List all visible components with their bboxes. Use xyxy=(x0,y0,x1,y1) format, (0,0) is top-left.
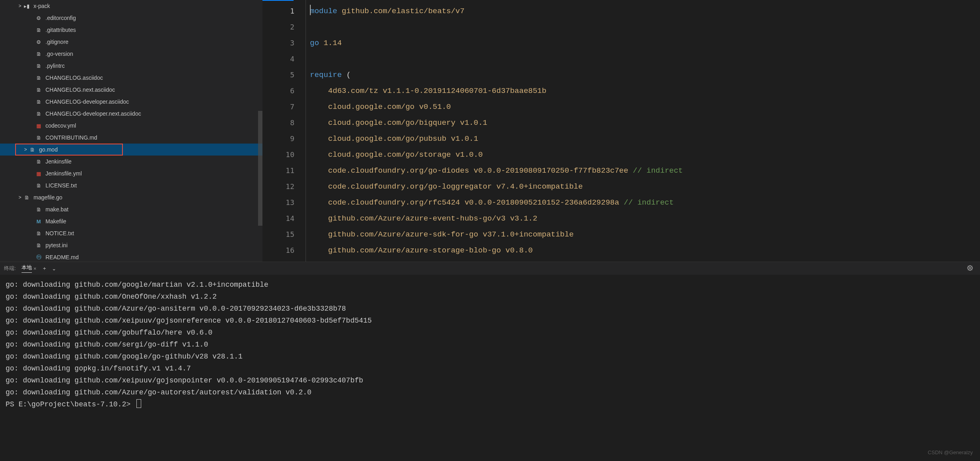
tree-item-label: CONTRIBUTING.md xyxy=(45,134,97,141)
code-line[interactable]: code.cloudfoundry.org/go-diodes v0.0.0-2… xyxy=(310,163,980,179)
terminal-actions xyxy=(967,265,973,272)
line-number: 1 xyxy=(262,3,294,19)
line-number: 9 xyxy=(262,131,294,147)
file-icon: 🗎 xyxy=(35,206,42,213)
tree-item-label: CHANGELOG-developer.next.asciidoc xyxy=(45,110,141,117)
tree-item-label: README.md xyxy=(45,254,79,260)
tree-item-label: .gitignore xyxy=(45,39,69,45)
file-icon: 🗎 xyxy=(35,62,42,69)
tree-item-label: CHANGELOG.next.asciidoc xyxy=(45,87,115,93)
tree-item-label: magefile.go xyxy=(34,194,62,201)
tree-item-pytest-ini[interactable]: 🗎pytest.ini xyxy=(0,239,262,251)
gear-icon: ⚙ xyxy=(35,38,42,45)
tree-item--gitignore[interactable]: ⚙.gitignore xyxy=(0,36,262,48)
code-line[interactable]: 4d63.com/tz v1.1.1-0.20191124060701-6d37… xyxy=(310,83,980,99)
yml-icon: ▦ xyxy=(35,122,42,129)
code-line[interactable]: cloud.google.com/go/bigquery v1.0.1 xyxy=(310,115,980,131)
tree-item-notice-txt[interactable]: 🗎NOTICE.txt xyxy=(0,227,262,239)
code-line[interactable]: cloud.google.com/go v0.51.0 xyxy=(310,99,980,115)
line-number: 2 xyxy=(262,19,294,35)
code-line[interactable] xyxy=(310,19,980,35)
code-line[interactable]: github.com/Azure/azure-sdk-for-go v37.1.… xyxy=(310,227,980,242)
tree-item-label: Makefile xyxy=(45,218,66,225)
chevron-right-icon: > xyxy=(17,3,23,9)
tree-item-contributing-md[interactable]: 🗎CONTRIBUTING.md xyxy=(0,132,262,144)
terminal-add-tab-icon[interactable]: ＋ xyxy=(42,265,47,272)
terminal-title-label: 终端: xyxy=(4,265,16,272)
code-line[interactable]: github.com/Azure/azure-event-hubs-go/v3 … xyxy=(310,211,980,227)
tree-item-makefile[interactable]: MMakefile xyxy=(0,215,262,227)
line-number: 13 xyxy=(262,195,294,211)
code-line[interactable] xyxy=(310,51,980,67)
folder-icon: ▸▮ xyxy=(23,2,30,10)
terminal-panel: 终端: 本地 × ＋ ⌄ go: downloading github.com/… xyxy=(0,262,980,461)
file-icon: 🗎 xyxy=(35,182,42,189)
tree-item-magefile-go[interactable]: >🗎magefile.go xyxy=(0,191,262,203)
terminal-output[interactable]: go: downloading github.com/google/martia… xyxy=(0,275,980,461)
tree-item-label: CHANGELOG.asciidoc xyxy=(45,75,103,81)
file-icon: 🗎 xyxy=(23,194,30,201)
tree-item-changelog-next-asciidoc[interactable]: 🗎CHANGELOG.next.asciidoc xyxy=(0,84,262,96)
tree-item--pylintrc[interactable]: 🗎.pylintrc xyxy=(0,60,262,72)
line-number: 15 xyxy=(262,227,294,242)
file-icon: 🗎 xyxy=(35,98,42,105)
file-icon: 🗎 xyxy=(35,74,42,81)
makefile-icon: M xyxy=(35,218,42,225)
line-number: 7 xyxy=(262,99,294,115)
tree-item--editorconfig[interactable]: ⚙.editorconfig xyxy=(0,12,262,24)
tree-item-jenkinsfile[interactable]: 🗎Jenkinsfile xyxy=(0,156,262,167)
code-line[interactable]: code.cloudfoundry.org/rfc5424 v0.0.0-201… xyxy=(310,195,980,211)
code-line[interactable]: go 1.14 xyxy=(310,35,980,51)
tree-item-label: Jenkinsfile xyxy=(45,158,71,165)
tree-item-make-bat[interactable]: 🗎make.bat xyxy=(0,203,262,215)
terminal-tab-dropdown-icon[interactable]: ⌄ xyxy=(52,266,56,272)
terminal-tab-local[interactable]: 本地 xyxy=(22,264,32,273)
tree-item--gitattributes[interactable]: 🗎.gitattributes xyxy=(0,24,262,36)
code-line[interactable]: code.cloudfoundry.org/go-loggregator v7.… xyxy=(310,179,980,195)
chevron-right-icon: > xyxy=(17,195,23,200)
file-icon: 🗎 xyxy=(35,50,42,57)
terminal-tab-bar: 终端: 本地 × ＋ ⌄ xyxy=(0,262,980,275)
file-icon: 🗎 xyxy=(35,230,42,237)
line-number: 12 xyxy=(262,179,294,195)
terminal-tab-close-icon[interactable]: × xyxy=(34,266,37,272)
settings-gear-icon[interactable] xyxy=(967,265,973,272)
tree-item-readme-md[interactable]: ⓜREADME.md xyxy=(0,251,262,262)
code-area[interactable]: module github.com/elastic/beats/v7go 1.1… xyxy=(306,0,980,262)
tree-item-changelog-asciidoc[interactable]: 🗎CHANGELOG.asciidoc xyxy=(0,72,262,84)
tree-item--go-version[interactable]: 🗎.go-version xyxy=(0,48,262,60)
tree-item-changelog-developer-asciidoc[interactable]: 🗎CHANGELOG-developer.asciidoc xyxy=(0,96,262,108)
tree-item-label: .pylintrc xyxy=(45,63,65,69)
tree-item-x-pack[interactable]: >▸▮x-pack xyxy=(0,0,262,12)
tree-item-label: .editorconfig xyxy=(45,15,76,21)
tree-item-label: LICENSE.txt xyxy=(45,182,77,189)
code-line[interactable]: require ( xyxy=(310,67,980,83)
tree-item-label: .go-version xyxy=(45,51,73,57)
line-number: 8 xyxy=(262,115,294,131)
code-line[interactable]: cloud.google.com/go/storage v1.0.0 xyxy=(310,147,980,163)
tree-item-license-txt[interactable]: 🗎LICENSE.txt xyxy=(0,179,262,191)
file-icon: 🗎 xyxy=(35,158,42,165)
watermark-label: CSDN @Generalzy xyxy=(928,447,973,459)
code-line[interactable]: github.com/Azure/azure-storage-blob-go v… xyxy=(310,242,980,258)
top-split: >▸▮x-pack⚙.editorconfig🗎.gitattributes⚙.… xyxy=(0,0,980,262)
tree-item-label: CHANGELOG-developer.asciidoc xyxy=(45,99,129,105)
tree-item-label: x-pack xyxy=(34,3,50,9)
tree-item-go-mod[interactable]: >🗎go.mod xyxy=(0,144,262,156)
terminal-prompt-line[interactable]: PS E:\goProject\beats-7.10.2> xyxy=(6,398,974,410)
tree-item-codecov-yml[interactable]: ▦codecov.yml xyxy=(0,120,262,132)
file-icon: 🗎 xyxy=(35,134,42,141)
tree-item-jenkinsfile-yml[interactable]: ▦Jenkinsfile.yml xyxy=(0,167,262,179)
terminal-cursor xyxy=(136,399,141,408)
editor-cursor xyxy=(310,5,311,15)
tree-item-changelog-developer-next-asciidoc[interactable]: 🗎CHANGELOG-developer.next.asciidoc xyxy=(0,108,262,120)
tree-item-label: codecov.yml xyxy=(45,122,76,129)
sidebar-scrollbar-thumb[interactable] xyxy=(258,111,262,226)
code-editor[interactable]: 12345678910111213141516 module github.co… xyxy=(262,0,980,262)
tree-item-label: Jenkinsfile.yml xyxy=(45,170,82,177)
code-line[interactable]: module github.com/elastic/beats/v7 xyxy=(310,3,980,19)
tree-item-label: make.bat xyxy=(45,206,69,213)
file-tree[interactable]: >▸▮x-pack⚙.editorconfig🗎.gitattributes⚙.… xyxy=(0,0,262,262)
tree-item-label: .gitattributes xyxy=(45,27,76,33)
code-line[interactable]: cloud.google.com/go/pubsub v1.0.1 xyxy=(310,131,980,147)
